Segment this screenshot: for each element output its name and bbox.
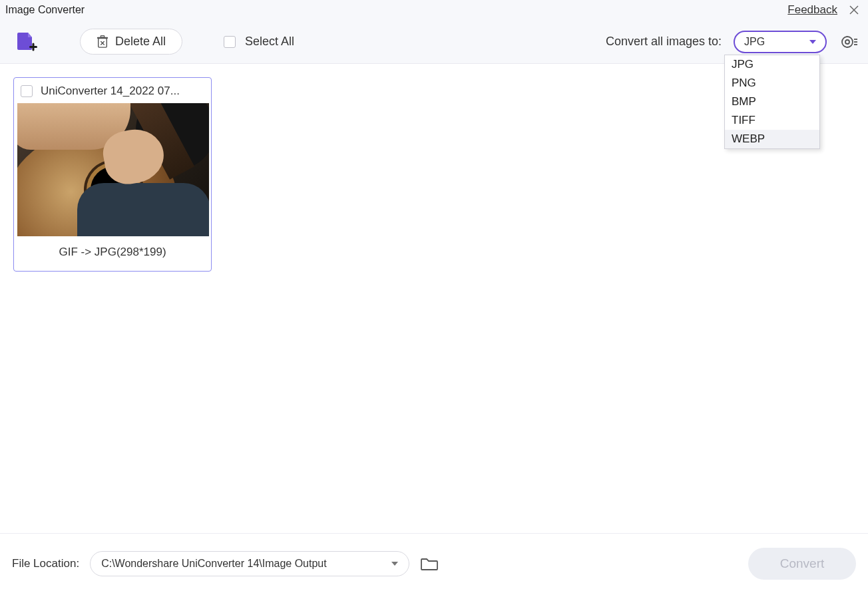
file-location-label: File Location: (12, 557, 79, 570)
format-dropdown[interactable]: JPG PNG BMP TIFF WEBP (724, 55, 820, 149)
open-folder-icon[interactable] (420, 555, 439, 572)
svg-point-10 (845, 40, 849, 44)
delete-all-button[interactable]: Delete All (80, 29, 182, 55)
convert-to-label: Convert all images to: (606, 35, 722, 49)
format-option-png[interactable]: PNG (725, 74, 819, 93)
card-header: UniConverter 14_2022 07... (14, 78, 211, 103)
card-thumbnail (17, 103, 209, 236)
svg-rect-3 (33, 43, 35, 51)
format-select[interactable]: JPG (734, 31, 827, 53)
format-option-jpg[interactable]: JPG (725, 55, 819, 74)
select-all-label: Select All (245, 35, 294, 49)
card-filename: UniConverter 14_2022 07... (41, 85, 180, 98)
format-option-webp[interactable]: WEBP (725, 130, 819, 148)
file-location-path: C:\Wondershare UniConverter 14\Image Out… (101, 558, 327, 570)
checkbox-icon (224, 36, 236, 48)
chevron-down-icon (809, 40, 816, 44)
titlebar: Image Converter Feedback (0, 0, 868, 20)
svg-rect-6 (101, 35, 104, 37)
trash-icon (97, 35, 108, 49)
format-option-bmp[interactable]: BMP (725, 93, 819, 111)
file-location-select[interactable]: C:\Wondershare UniConverter 14\Image Out… (90, 551, 409, 576)
settings-icon[interactable] (839, 32, 859, 52)
format-select-value: JPG (744, 36, 765, 48)
convert-button[interactable]: Convert (748, 548, 856, 580)
card-checkbox[interactable] (21, 85, 33, 97)
add-file-icon[interactable] (13, 29, 39, 55)
card-conversion-info: GIF -> JPG(298*199) (14, 236, 211, 271)
image-card[interactable]: UniConverter 14_2022 07... GIF -> JPG(29… (13, 77, 212, 272)
chevron-down-icon (391, 562, 398, 566)
delete-all-label: Delete All (115, 35, 166, 49)
close-icon[interactable] (847, 3, 861, 17)
feedback-link[interactable]: Feedback (787, 3, 837, 17)
select-all-checkbox[interactable]: Select All (224, 35, 294, 49)
window-title: Image Converter (5, 4, 787, 16)
bottombar: File Location: C:\Wondershare UniConvert… (0, 533, 868, 593)
svg-point-9 (842, 37, 853, 47)
format-option-tiff[interactable]: TIFF (725, 111, 819, 130)
